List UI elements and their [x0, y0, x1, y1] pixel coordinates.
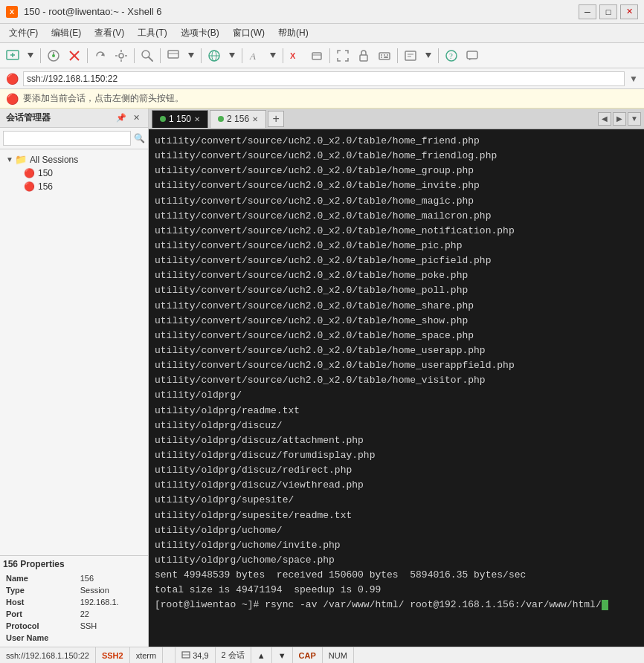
- terminal-line: utility/convert/source/uch2.0_x2.0/table…: [155, 149, 638, 164]
- prop-row-port: Port 22: [3, 608, 145, 620]
- menu-file[interactable]: 文件(F): [3, 25, 44, 41]
- font-dropdown[interactable]: [266, 51, 280, 61]
- options-button[interactable]: [112, 46, 131, 65]
- prop-row-username: User Name: [3, 632, 145, 644]
- terminal-line: utility/oldprg/discuz/redirect.php: [155, 463, 638, 478]
- new-session-dropdown[interactable]: [24, 51, 37, 61]
- reconnect-button[interactable]: [91, 46, 110, 65]
- status-protocol: SSH2: [96, 647, 130, 663]
- tree-session-150[interactable]: 🔴 150: [3, 166, 145, 180]
- toolbar-separator-2: [87, 48, 88, 63]
- address-dropdown-icon[interactable]: ▼: [629, 74, 638, 84]
- status-down-button[interactable]: ▼: [272, 647, 293, 663]
- terminal-line: utility/convert/source/uch2.0_x2.0/table…: [155, 373, 638, 388]
- sidebar-search-icon[interactable]: 🔍: [134, 133, 145, 143]
- tree-all-sessions[interactable]: ▼ 📁 All Sessions: [3, 152, 145, 166]
- address-input[interactable]: [23, 71, 625, 86]
- menu-view[interactable]: 查看(V): [88, 25, 130, 41]
- scripting-dropdown[interactable]: [422, 51, 435, 61]
- session-manager-dropdown[interactable]: [184, 51, 198, 61]
- terminal-line: utility/oldprg/supesite/: [155, 493, 638, 508]
- tree-session-156[interactable]: 🔴 156: [3, 180, 145, 193]
- menu-edit[interactable]: 编辑(E): [45, 25, 87, 41]
- properties-table: Name 156 Type Session Host 192.168.1. Po…: [3, 572, 145, 644]
- prop-username-value: [77, 632, 145, 644]
- maximize-button[interactable]: □: [599, 4, 617, 19]
- tab-navigation: ◀ ▶ ▼: [598, 112, 641, 126]
- lock-button[interactable]: [354, 46, 373, 65]
- status-position: 34,9: [176, 647, 215, 663]
- tab-156[interactable]: 2 156 ✕: [210, 110, 266, 128]
- xftp-button[interactable]: X: [286, 46, 306, 65]
- properties-title: 156 Properties: [3, 559, 145, 569]
- sidebar-search-bar: 🔍: [0, 128, 148, 149]
- prop-protocol-header: Protocol: [3, 620, 77, 632]
- globe-button[interactable]: [205, 46, 224, 65]
- keyboard-button[interactable]: [375, 46, 394, 65]
- window-title: 150 - root@liwentao:~ - Xshell 6: [24, 6, 162, 17]
- terminal-line: utility/convert/source/uch2.0_x2.0/table…: [155, 209, 638, 224]
- sidebar-close-button[interactable]: ✕: [130, 112, 142, 124]
- all-sessions-label: All Sessions: [30, 155, 78, 165]
- tip-text: 要添加当前会话，点击左侧的箭头按钮。: [23, 92, 184, 105]
- font-button[interactable]: A: [245, 46, 265, 65]
- tip-icon: 🔴: [6, 93, 19, 105]
- minimize-button[interactable]: ─: [579, 4, 596, 19]
- prop-row-type: Type Session: [3, 584, 145, 596]
- terminal-line: utility/oldprg/readme.txt: [155, 404, 638, 418]
- tab-next-button[interactable]: ▶: [613, 112, 626, 126]
- tab-prev-button[interactable]: ◀: [598, 112, 611, 126]
- fullscreen-button[interactable]: [333, 46, 352, 65]
- menu-bar: 文件(F) 编辑(E) 查看(V) 工具(T) 选项卡(B) 窗口(W) 帮助(…: [0, 24, 644, 43]
- svg-rect-34: [405, 51, 416, 60]
- svg-marker-22: [229, 53, 235, 58]
- svg-text:?: ?: [449, 51, 453, 60]
- svg-marker-24: [270, 53, 276, 58]
- new-session-button[interactable]: [3, 46, 22, 65]
- menu-tabs[interactable]: 选项卡(B): [175, 25, 225, 41]
- menu-window[interactable]: 窗口(W): [227, 25, 271, 41]
- tab-menu-button[interactable]: ▼: [628, 112, 641, 126]
- tab-156-close-icon[interactable]: ✕: [252, 115, 258, 123]
- session-icon: 🔴: [6, 73, 19, 85]
- sidebar-pin-button[interactable]: 📌: [115, 112, 127, 124]
- find-button[interactable]: [138, 46, 157, 65]
- status-up-button[interactable]: ▲: [251, 647, 272, 663]
- svg-marker-37: [425, 53, 431, 58]
- terminal-line: utility/convert/source/uch2.0_x2.0/table…: [155, 343, 638, 358]
- help-button[interactable]: ?: [442, 46, 461, 65]
- session-manager-button[interactable]: [164, 46, 183, 65]
- svg-rect-27: [360, 55, 367, 61]
- tip-bar: 🔴 要添加当前会话，点击左侧的箭头按钮。: [0, 89, 644, 109]
- scripting-button[interactable]: [401, 46, 420, 65]
- prop-type-header: Type: [3, 584, 77, 596]
- tab-150-close-icon[interactable]: ✕: [194, 115, 200, 123]
- prop-row-name: Name 156: [3, 572, 145, 584]
- terminal-line: utility/convert/source/uch2.0_x2.0/table…: [155, 134, 638, 149]
- terminal-line: total size is 49471194 speedup is 0.99: [155, 583, 638, 598]
- new-tab-button[interactable]: +: [268, 111, 284, 127]
- xftp2-button[interactable]: [307, 46, 326, 65]
- terminal-line: utility/oldprg/uchome/space.php: [155, 553, 638, 568]
- status-term-type: xterm: [130, 647, 164, 663]
- menu-help[interactable]: 帮助(H): [272, 25, 315, 41]
- disconnect-button[interactable]: [65, 46, 84, 65]
- close-button[interactable]: ✕: [620, 4, 638, 19]
- terminal-line: utility/convert/source/uch2.0_x2.0/table…: [155, 224, 638, 239]
- tab-150[interactable]: 1 150 ✕: [152, 110, 208, 128]
- menu-tools[interactable]: 工具(T): [132, 25, 173, 41]
- main-content: 会话管理器 📌 ✕ 🔍 ▼ 📁 All Sessions 🔴 150: [0, 109, 644, 647]
- terminal-line: utility/convert/source/uch2.0_x2.0/table…: [155, 253, 638, 268]
- connect-button[interactable]: [44, 46, 63, 65]
- terminal-line: utility/convert/source/uch2.0_x2.0/table…: [155, 283, 638, 298]
- globe-dropdown[interactable]: [225, 51, 239, 61]
- terminal-line: utility/oldprg/discuz/: [155, 418, 638, 433]
- properties-panel: 156 Properties Name 156 Type Session Hos…: [0, 555, 148, 647]
- terminal-container: utility/convert/source/uch2.0_x2.0/table…: [149, 129, 644, 647]
- svg-point-9: [119, 54, 123, 58]
- terminal-line: utility/convert/source/uch2.0_x2.0/table…: [155, 164, 638, 178]
- chat-button[interactable]: [463, 46, 482, 65]
- svg-text:X: X: [290, 51, 296, 60]
- terminal-body[interactable]: utility/convert/source/uch2.0_x2.0/table…: [149, 129, 644, 647]
- sidebar-search-input[interactable]: [3, 131, 131, 146]
